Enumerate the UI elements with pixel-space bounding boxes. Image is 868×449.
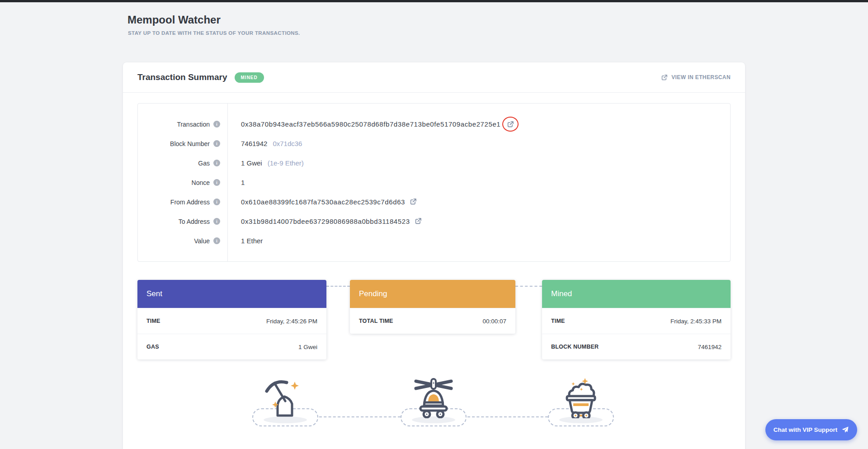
mining-illustration-strip [137, 360, 731, 449]
detail-row-block-number: Block Number i 7461942 0x71dc36 [138, 134, 730, 153]
info-icon[interactable]: i [213, 218, 220, 225]
view-in-etherscan-link[interactable]: VIEW IN ETHERSCAN [661, 74, 731, 81]
detail-row-from-address: From Address i 0x610ae88399fc1687fa7530a… [138, 192, 730, 212]
stage-row: TIME Friday, 2:45:26 PM [137, 308, 326, 334]
stage-row-label: BLOCK NUMBER [551, 344, 599, 350]
external-link-icon[interactable] [507, 121, 514, 128]
transaction-summary-card: Transaction Summary MINED VIEW IN ETHERS… [123, 62, 745, 449]
illustration-connector [319, 416, 401, 417]
info-icon[interactable]: i [213, 237, 220, 244]
red-circle-annotation [502, 117, 519, 132]
etherscan-link-label: VIEW IN ETHERSCAN [671, 74, 731, 80]
transaction-hash: 0x38a70b943eacf37eb566a5980c25078d68fb7d… [241, 120, 500, 128]
stage-row: GAS 1 Gwei [137, 334, 326, 359]
stage-row-value: 7461942 [698, 344, 722, 350]
gas-ether-equivalent: (1e-9 Ether) [268, 159, 304, 167]
gas-value: 1 Gwei [241, 159, 262, 167]
stage-connector [515, 286, 542, 287]
illustration-connector [467, 416, 548, 417]
status-badge: MINED [235, 72, 264, 83]
card-header: Transaction Summary MINED VIEW IN ETHERS… [123, 62, 745, 93]
stage-row-value: Friday, 2:45:26 PM [266, 318, 317, 325]
transaction-timeline: Sent TIME Friday, 2:45:26 PM GAS 1 Gwei … [137, 280, 731, 360]
info-icon[interactable]: i [213, 140, 220, 147]
from-address-value: 0x610ae88399fc1687fa7530aac28ec2539c7d6d… [241, 198, 405, 206]
block-number-value: 7461942 [241, 140, 267, 147]
info-icon[interactable]: i [213, 121, 220, 128]
stage-row-label: TOTAL TIME [359, 318, 393, 324]
stage-header-pending: Pending [350, 280, 515, 308]
detail-row-nonce: Nonce i 1 [138, 173, 730, 192]
field-label: From Address [170, 199, 210, 206]
stage-card-mined: Mined TIME Friday, 2:45:33 PM BLOCK NUMB… [542, 280, 731, 359]
transaction-details-panel: Transaction i 0x38a70b943eacf37eb566a598… [137, 103, 731, 262]
external-link-icon[interactable] [415, 217, 422, 225]
detail-row-value: Value i 1 Ether [138, 231, 730, 250]
to-address-value: 0x31b98d14007bdee637298086988a0bbd311845… [241, 217, 410, 225]
detail-row-to-address: To Address i 0x31b98d14007bdee6372980869… [138, 212, 730, 231]
page-title: Mempool Watcher [127, 14, 221, 26]
card-title: Transaction Summary [137, 72, 227, 82]
external-link-icon [661, 74, 668, 81]
paper-plane-icon [841, 426, 849, 434]
stage-row-value: Friday, 2:45:33 PM [670, 318, 722, 325]
info-icon[interactable]: i [213, 199, 220, 205]
pickaxe-rock-icon [260, 377, 310, 418]
stage-row: TOTAL TIME 00:00:07 [350, 308, 515, 334]
field-label: Transaction [177, 121, 210, 128]
value-amount: 1 Ether [241, 237, 263, 245]
stage-row-value: 00:00:07 [482, 318, 506, 325]
stage-card-sent: Sent TIME Friday, 2:45:26 PM GAS 1 Gwei [137, 280, 326, 359]
field-label: Nonce [192, 179, 210, 186]
stage-card-pending: Pending TOTAL TIME 00:00:07 [350, 280, 515, 334]
column-divider [227, 104, 228, 261]
drill-cart-icon [409, 377, 458, 418]
field-label: To Address [179, 218, 210, 225]
stage-row: TIME Friday, 2:45:33 PM [542, 308, 731, 334]
stage-row-label: TIME [146, 318, 160, 324]
stage-connector [326, 286, 350, 287]
stage-row: BLOCK NUMBER 7461942 [542, 334, 731, 359]
field-label: Value [194, 237, 210, 245]
detail-row-gas: Gas i 1 Gwei (1e-9 Ether) [138, 153, 730, 173]
field-label: Block Number [170, 140, 210, 147]
stage-row-label: TIME [551, 318, 565, 324]
info-icon[interactable]: i [213, 160, 220, 166]
info-icon[interactable]: i [213, 179, 220, 186]
nonce-value: 1 [241, 179, 245, 186]
external-link-icon[interactable] [410, 198, 417, 205]
ore-cart-icon [556, 377, 606, 418]
page-subtitle: STAY UP TO DATE WITH THE STATUS OF YOUR … [128, 30, 300, 36]
stage-row-value: 1 Gwei [298, 344, 317, 350]
chat-with-vip-support-button[interactable]: Chat with VIP Support [765, 419, 857, 440]
chat-button-label: Chat with VIP Support [774, 426, 838, 433]
stage-header-mined: Mined [542, 280, 731, 308]
stage-row-label: GAS [146, 344, 159, 350]
top-bar [0, 0, 868, 2]
field-label: Gas [198, 160, 210, 167]
stage-header-sent: Sent [137, 280, 326, 308]
detail-row-transaction: Transaction i 0x38a70b943eacf37eb566a598… [138, 114, 730, 134]
block-number-hex: 0x71dc36 [273, 140, 302, 147]
